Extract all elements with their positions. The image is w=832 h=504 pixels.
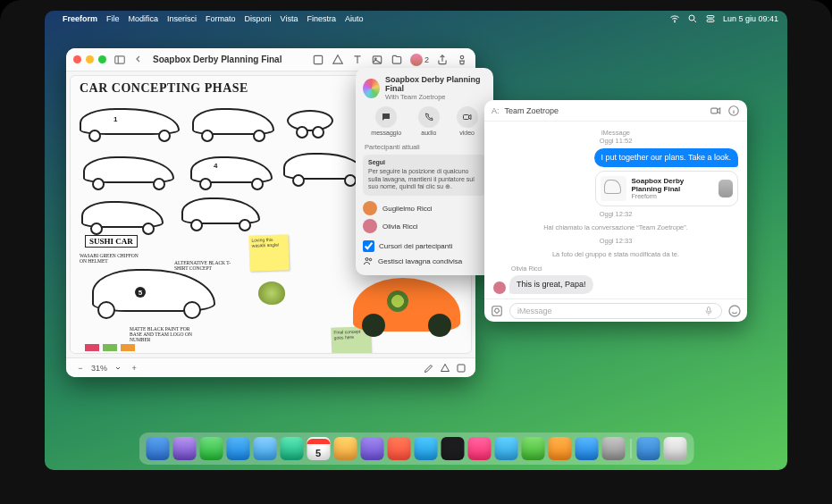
insert-shape-icon[interactable] [332,54,344,66]
collaborators-badge[interactable]: 2 [410,54,429,66]
dock-appstore[interactable] [575,437,598,460]
concept-sketch-4[interactable] [80,149,178,190]
dock-mail[interactable] [226,437,249,460]
dock-calendar[interactable]: 5 [307,437,330,460]
window-zoom[interactable] [98,55,106,63]
people-icon [363,256,374,266]
collaboration-popover: Soapbox Derby Planning Final With Team Z… [356,68,493,275]
zoom-level[interactable]: 31% [91,364,107,373]
concept-sketch-5[interactable]: 4 [187,149,276,190]
menu-file[interactable]: File [106,14,120,23]
control-center-icon[interactable] [705,13,716,24]
attachment-subtitle: Freeform [632,193,714,199]
menu-arrange[interactable]: Disponi [245,14,272,23]
sidebar-toggle-icon[interactable] [113,54,126,66]
apps-icon[interactable] [490,304,504,318]
wasabi-image[interactable] [258,281,285,305]
concept-sketch-1[interactable]: 1 [76,101,183,142]
sticky-note-yellow[interactable]: Loving this wasabi angle! [248,234,289,272]
messages-to-value: Team Zoetrope [505,106,559,115]
dock-facetime[interactable] [280,437,303,460]
inspector-icon[interactable] [456,54,468,66]
message-sender-1: Olivia Ricci [511,265,738,272]
insert-sticky-icon[interactable] [312,54,324,66]
dock-keynote[interactable] [494,437,517,460]
svg-rect-3 [707,20,714,22]
message-placeholder: iMessage [517,307,552,315]
message-attachment[interactable]: Soapbox Derby Planning Final Freeform [595,171,738,206]
manage-shared-board[interactable]: Gestisci lavagna condivisa [363,254,486,268]
details-icon[interactable] [727,105,740,117]
shape-tool-icon[interactable] [440,363,450,374]
dock-podcasts[interactable] [360,437,383,460]
thread-meta-1: iMessageOggi 11:52 [493,129,738,145]
concept-sketch-8[interactable] [178,190,264,231]
facetime-video-icon[interactable] [710,105,722,117]
dictation-icon[interactable] [703,306,714,316]
dock-reminders[interactable] [387,437,410,460]
concept-sketch-2[interactable] [189,101,278,142]
app-menu[interactable]: Freeform [63,14,97,23]
action-video[interactable]: video [457,106,478,136]
messages-window: A: Team Zoetrope iMessageOggi 11:52 I pu… [484,100,747,322]
dock-notes[interactable] [333,437,357,460]
zoom-out-button[interactable]: − [75,363,86,374]
back-icon[interactable] [133,54,146,66]
share-icon[interactable] [436,54,449,66]
menu-edit[interactable]: Modifica [129,14,159,23]
navigator-icon[interactable] [456,363,466,374]
dock-trash[interactable] [663,437,686,460]
dock-safari[interactable] [253,437,276,460]
message-recv-1[interactable]: This is great, Papa! [509,275,593,294]
participant-2[interactable]: Olivia Ricci [363,219,486,233]
message-input[interactable]: iMessage [509,303,722,319]
svg-point-0 [674,21,675,22]
final-concept-render[interactable] [353,278,460,332]
memoji-icon[interactable] [727,304,742,318]
dock-pages[interactable] [548,437,571,460]
menu-help[interactable]: Aiuto [345,14,364,23]
participant-cursors-toggle[interactable]: Cursori dei partecipanti [363,239,486,254]
participant-cursors-checkbox[interactable] [363,240,374,252]
dock-launchpad[interactable] [172,437,196,460]
window-close[interactable] [73,55,81,63]
concept-sketch-7[interactable] [78,194,167,235]
zoom-menu-icon[interactable] [113,363,123,374]
svg-point-12 [369,258,372,261]
insert-media-icon[interactable] [371,54,383,66]
dock-freeform[interactable] [414,437,437,460]
spotlight-icon[interactable] [687,13,698,24]
canvas-heading: CAR CONCEPTING PHASE [80,81,248,96]
svg-point-1 [689,15,694,21]
wifi-icon[interactable] [669,13,680,24]
insert-text-icon[interactable] [351,54,364,66]
action-audio[interactable]: audio [418,106,440,136]
dock-messages[interactable] [199,437,223,460]
svg-rect-10 [463,115,468,120]
clock[interactable]: Lun 5 giu 09:41 [723,14,778,23]
svg-point-17 [729,306,740,316]
dock-numbers[interactable] [521,437,544,460]
concept-sketch-3[interactable] [283,103,337,139]
dock-downloads[interactable] [636,437,660,460]
participant-1[interactable]: Guglielmo Ricci [363,201,486,215]
dock-finder[interactable] [146,437,169,460]
insert-file-icon[interactable] [391,54,403,66]
window-minimize[interactable] [86,55,94,63]
pen-tool-icon[interactable] [424,363,434,374]
dock-settings[interactable] [601,437,625,460]
dock-music[interactable] [467,437,491,460]
menu-view[interactable]: Vista [281,14,298,23]
participant-1-name: Guglielmo Ricci [382,205,433,213]
messages-thread[interactable]: iMessageOggi 11:52 I put together our pl… [484,122,747,298]
zoom-in-button[interactable]: + [129,363,139,374]
thread-system-2: La foto del gruppo è stata modificata da… [493,250,738,258]
menu-insert[interactable]: Inserisci [167,14,197,23]
dock-tv[interactable] [441,437,464,460]
message-avatar-1 [493,281,506,294]
menu-format[interactable]: Formato [206,14,236,23]
svg-rect-2 [707,16,714,19]
menu-window[interactable]: Finestra [307,14,336,23]
message-sent-1[interactable]: I put together our plans. Take a look. [594,148,738,167]
action-message[interactable]: messaggio [371,106,401,136]
